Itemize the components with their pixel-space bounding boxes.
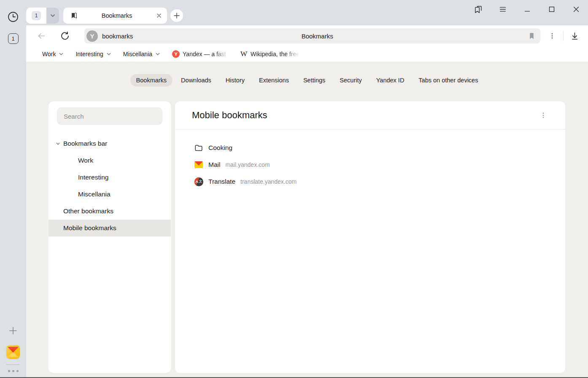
new-tab-button[interactable] — [170, 9, 183, 22]
folder-actions-kebab-button[interactable] — [538, 110, 548, 120]
page-title: Bookmarks — [133, 33, 527, 40]
history-clock-icon[interactable] — [7, 11, 19, 23]
tab-group-left[interactable]: 1 — [26, 8, 46, 24]
download-icon — [570, 31, 580, 41]
search-input[interactable] — [57, 107, 162, 125]
panels-container: Bookmarks bar Work Interesting Miscellan… — [49, 101, 565, 373]
chevron-down-icon — [50, 13, 56, 19]
tab-security[interactable]: Security — [334, 74, 367, 87]
bookmark-list: Cooking Mail mail.yandex.com A — [175, 130, 565, 190]
window-controls — [473, 4, 581, 14]
close-icon — [572, 5, 581, 14]
list-item-mail[interactable]: Mail mail.yandex.com — [175, 156, 565, 173]
page-actions-kebab-button[interactable] — [546, 30, 558, 42]
folder-icon — [194, 143, 203, 152]
tree-item-interesting[interactable]: Interesting — [49, 169, 171, 186]
active-tab[interactable]: Bookmarks — [63, 8, 167, 24]
bookmark-flag-icon[interactable] — [527, 31, 536, 41]
bookmark-favicon-icon — [70, 12, 78, 19]
close-window-button[interactable] — [571, 4, 581, 14]
manager-nav-tabs: Bookmarks Downloads History Extensions S… — [26, 74, 588, 87]
bookmarks-bar-folder-miscellania[interactable]: Miscellania — [117, 49, 166, 59]
maximize-icon — [547, 5, 556, 14]
yandex-translate-favicon: A 文 — [194, 177, 203, 186]
tab-group-control[interactable]: 1 — [26, 8, 59, 24]
bookmark-label: Cooking — [208, 144, 232, 152]
folder-label: Miscellania — [123, 51, 152, 57]
folder-title: Mobile bookmarks — [192, 110, 538, 121]
chevron-down-icon — [106, 52, 111, 57]
tab-settings[interactable]: Settings — [297, 74, 331, 87]
rail-divider — [6, 364, 20, 365]
tab-group-chevron-button[interactable] — [46, 8, 59, 24]
toolbar-separator — [563, 31, 564, 41]
tree-item-miscellania[interactable]: Miscellania — [49, 186, 171, 203]
yandex-mail-app-icon[interactable] — [6, 345, 20, 359]
list-item-cooking[interactable]: Cooking — [175, 139, 565, 156]
rail-more-apps-icon[interactable] — [8, 370, 19, 372]
bookmarks-bar-folder-work[interactable]: Work — [36, 49, 70, 59]
bookmarks-bar-link-wikipedia[interactable]: W Wikipedia, the free — [234, 49, 305, 60]
kebab-icon — [548, 32, 556, 40]
tab-strip: 1 Bookmarks — [26, 0, 588, 25]
tab-extensions[interactable]: Extensions — [253, 74, 295, 87]
folders-sidebar: Bookmarks bar Work Interesting Miscellan… — [49, 101, 171, 373]
toolbar: Y bookmarks Bookmarks — [26, 25, 588, 46]
tree-item-label: Interesting — [78, 174, 108, 181]
mail-app-flap — [8, 347, 19, 353]
menu-icon — [498, 5, 507, 14]
folder-label: Work — [42, 51, 56, 57]
bookmarks-manager-page: Bookmarks Downloads History Extensions S… — [26, 62, 588, 378]
bookmarks-bar-folder-interesting[interactable]: Interesting — [70, 49, 117, 59]
chevron-down-icon — [155, 52, 160, 57]
tab-bookmarks[interactable]: Bookmarks — [130, 74, 173, 87]
tab-group-badge: 1 — [32, 11, 41, 20]
address-text[interactable]: bookmarks — [102, 33, 133, 40]
tab-close-icon[interactable] — [156, 13, 162, 19]
bookmarks-bar-link-yandex[interactable]: Y Yandex — a fast In — [166, 49, 234, 60]
tree-item-label: Mobile bookmarks — [63, 224, 116, 232]
folder-tree: Bookmarks bar Work Interesting Miscellan… — [49, 135, 171, 237]
link-label: Wikipedia, the free — [251, 51, 299, 57]
reload-button[interactable] — [59, 30, 71, 42]
chevron-down-icon — [59, 52, 64, 57]
yandex-favicon: Y — [172, 50, 180, 58]
tree-item-label: Other bookmarks — [63, 207, 113, 215]
reload-icon — [60, 31, 70, 41]
tab-downloads[interactable]: Downloads — [175, 74, 217, 87]
tree-item-other-bookmarks[interactable]: Other bookmarks — [49, 203, 171, 220]
kebab-icon — [539, 111, 548, 120]
browser-main-column: 1 Bookmarks — [26, 0, 588, 378]
tree-item-label: Work — [78, 157, 93, 164]
list-item-translate[interactable]: A 文 Translate translate.yandex.com — [175, 173, 565, 190]
yandex-mail-favicon — [194, 160, 203, 169]
tree-item-label: Miscellania — [78, 190, 111, 198]
browser-menu-button[interactable] — [498, 4, 508, 14]
bookmark-label: Translate — [208, 178, 235, 185]
bookmarks-bar: Work Interesting Miscellania Y Yandex — … — [26, 46, 588, 62]
tree-item-bookmarks-bar[interactable]: Bookmarks bar — [49, 135, 171, 152]
rail-tab-counter[interactable]: 1 — [8, 33, 19, 44]
minimize-icon — [523, 5, 532, 14]
side-panel-bookmarks-button[interactable] — [473, 4, 483, 14]
tree-item-mobile-bookmarks[interactable]: Mobile bookmarks — [49, 220, 171, 237]
wikipedia-favicon: W — [240, 50, 248, 58]
bookmark-url: mail.yandex.com — [225, 161, 270, 168]
tab-other-devices[interactable]: Tabs on other devices — [413, 74, 484, 87]
back-arrow-icon — [36, 31, 46, 41]
maximize-button[interactable] — [547, 4, 557, 14]
bookmark-url: translate.yandex.com — [240, 178, 297, 185]
bookmarks-main-panel: Mobile bookmarks — [175, 101, 565, 373]
address-bar[interactable]: Y bookmarks Bookmarks — [84, 28, 540, 44]
link-label: Yandex — a fast In — [183, 51, 228, 57]
site-badge-icon[interactable]: Y — [86, 30, 98, 42]
minimize-button[interactable] — [522, 4, 532, 14]
tab-yandex-id[interactable]: Yandex ID — [370, 74, 410, 87]
tree-item-work[interactable]: Work — [49, 152, 171, 169]
chevron-down-icon[interactable] — [54, 140, 62, 147]
rail-add-plus-icon[interactable] — [8, 326, 18, 336]
back-button[interactable] — [35, 30, 47, 42]
folder-label: Interesting — [76, 51, 103, 57]
downloads-button[interactable] — [569, 30, 580, 42]
tab-history[interactable]: History — [220, 74, 251, 87]
